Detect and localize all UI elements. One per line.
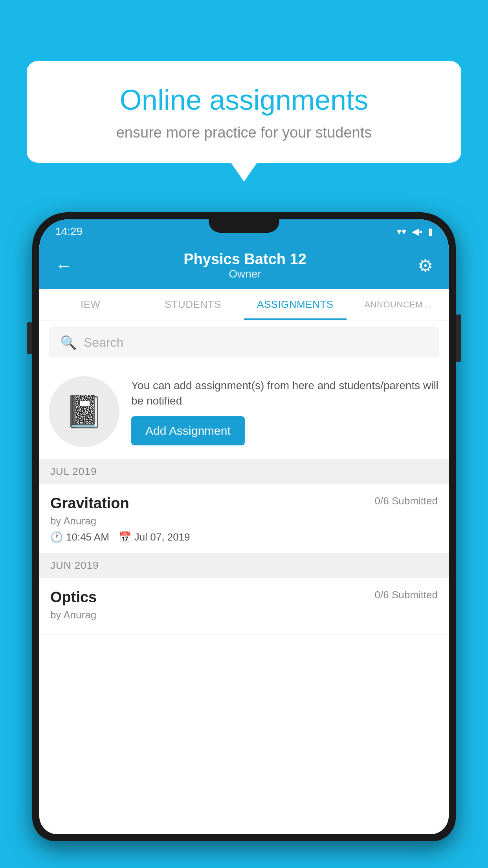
speech-bubble-container: Online assignments ensure more practice … [27,61,461,163]
speech-bubble-title: Online assignments [54,85,434,116]
add-assignment-promo: 📓 You can add assignment(s) from here an… [39,364,449,459]
notebook-icon: 📓 [64,393,104,430]
header-title-group: Physics Batch 12 Owner [183,251,306,280]
phone-notch [209,212,279,233]
assignment-item-top-optics: Optics 0/6 Submitted [50,589,438,606]
assignment-by: by Anurag [50,515,438,527]
assignment-meta: 🕐 10:45 AM 📅 Jul 07, 2019 [50,531,438,543]
tab-announcements[interactable]: ANNOUNCEM... [347,289,449,320]
phone-mockup: 14:29 ▾▾ ◀▪ ▮ ← Physics Batch 12 Owner ⚙ [32,212,456,868]
assignment-submitted-optics: 0/6 Submitted [375,589,438,601]
header-subtitle: Owner [183,268,306,280]
promo-description: You can add assignment(s) from here and … [131,378,439,408]
tab-iew[interactable]: IEW [39,289,142,320]
search-icon: 🔍 [60,335,77,350]
tab-students[interactable]: STUDENTS [142,289,244,320]
header-title: Physics Batch 12 [183,251,306,268]
promo-icon-circle: 📓 [49,376,119,447]
assignment-item-top: Gravitation 0/6 Submitted [50,495,438,512]
back-button[interactable]: ← [55,256,72,276]
speech-bubble-subtitle: ensure more practice for your students [54,124,434,141]
search-bar[interactable]: 🔍 Search [49,327,439,357]
assignment-item-optics[interactable]: Optics 0/6 Submitted by Anurag [39,578,449,635]
tab-assignments[interactable]: ASSIGNMENTS [244,289,347,320]
promo-text-area: You can add assignment(s) from here and … [131,378,439,445]
assignment-title: Gravitation [50,495,129,512]
calendar-icon: 📅 [119,531,131,543]
search-placeholder: Search [84,335,123,350]
status-icons: ▾▾ ◀▪ ▮ [397,226,433,237]
section-header-jun: JUN 2019 [39,553,449,578]
signal-icon: ◀▪ [412,226,422,237]
assignment-item-gravitation[interactable]: Gravitation 0/6 Submitted by Anurag 🕐 10… [39,484,449,553]
assignment-time: 🕐 10:45 AM [50,531,109,543]
status-time: 14:29 [55,225,83,238]
clock-icon: 🕐 [50,531,63,543]
search-container: 🔍 Search [39,320,449,364]
speech-bubble: Online assignments ensure more practice … [27,61,461,163]
assignment-by-optics: by Anurag [50,609,438,621]
phone-outer: 14:29 ▾▾ ◀▪ ▮ ← Physics Batch 12 Owner ⚙ [32,212,456,841]
assignment-submitted: 0/6 Submitted [375,495,438,507]
assignment-date: 📅 Jul 07, 2019 [119,531,190,543]
wifi-icon: ▾▾ [397,226,406,237]
phone-button-left [27,322,32,354]
app-header: ← Physics Batch 12 Owner ⚙ [39,244,449,289]
assignment-title-optics: Optics [50,589,97,606]
battery-icon: ▮ [428,226,433,237]
phone-button-right [456,314,461,362]
add-assignment-button[interactable]: Add Assignment [131,416,245,445]
section-header-jul: JUL 2019 [39,459,449,484]
gear-icon[interactable]: ⚙ [418,256,433,276]
phone-screen: 14:29 ▾▾ ◀▪ ▮ ← Physics Batch 12 Owner ⚙ [39,219,449,834]
tab-bar: IEW STUDENTS ASSIGNMENTS ANNOUNCEM... [39,289,449,320]
